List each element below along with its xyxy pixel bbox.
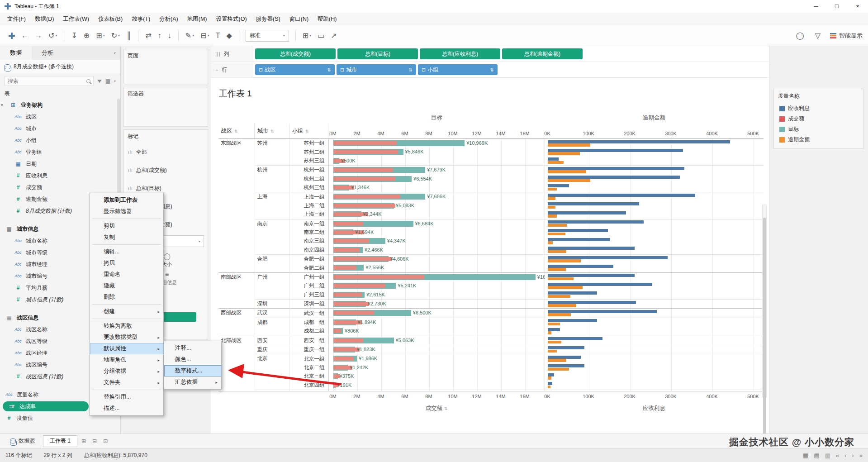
overdue-bar[interactable] (548, 268, 566, 271)
group-members-icon[interactable]: ⊟▾ (198, 29, 212, 42)
group-header[interactable]: 上海一组 (289, 192, 328, 201)
context-menu-item[interactable]: 删除 (90, 291, 163, 303)
group-header[interactable]: 西安一组 (289, 336, 328, 345)
interest-bar[interactable] (548, 337, 603, 340)
overdue-bar[interactable] (548, 214, 557, 218)
view-grid-icon[interactable]: ▦ (105, 78, 110, 84)
sales-bar[interactable] (333, 329, 341, 333)
zone-header[interactable]: 南部战区 (218, 272, 255, 309)
group-header[interactable]: 成都一组 (289, 318, 328, 327)
city-header[interactable]: 上海 (255, 192, 289, 219)
interest-bar[interactable] (548, 140, 730, 143)
next-page-icon[interactable]: › (852, 452, 854, 459)
group-header[interactable]: 成都二组 (289, 327, 328, 336)
overdue-bar[interactable] (548, 161, 564, 164)
field-row[interactable]: Abc业务组 (0, 146, 120, 158)
context-menu-item[interactable]: 创建▸ (90, 306, 163, 317)
header-zone[interactable]: 战区 ⇅ (218, 124, 255, 138)
presentation-mode-icon[interactable]: ▭ (315, 29, 327, 42)
submenu-item[interactable]: 汇总依据▸ (164, 376, 221, 388)
columns-shelf[interactable]: ||| 列 总和(成交额)总和(目标)总和(应收利息)总和(逾期金额) (211, 46, 769, 62)
tab-worksheet-1[interactable]: 工作表 1 (43, 435, 77, 447)
group-header[interactable]: 南京四组 (289, 246, 328, 255)
sort-icon[interactable]: ⇅ (270, 129, 274, 133)
sales-bar[interactable] (333, 374, 340, 378)
sales-bar[interactable] (333, 284, 385, 288)
sales-bar[interactable] (333, 357, 354, 361)
menubar-item[interactable]: 设置格式(O) (212, 13, 251, 25)
new-datasource-icon[interactable]: ⊕ (81, 29, 92, 42)
search-box[interactable] (5, 76, 94, 86)
replay-icon[interactable]: ↺▾ (46, 29, 60, 42)
field-row[interactable]: ▾⊞业务架构 (0, 99, 120, 111)
show-headers-icon[interactable]: ▥ (825, 452, 830, 459)
sales-bar[interactable] (333, 275, 424, 279)
city-header[interactable]: 合肥 (255, 255, 289, 273)
legend-item[interactable]: 逾期金额 (774, 134, 863, 145)
legend-item[interactable]: 应收利息 (774, 103, 863, 114)
search-input[interactable] (8, 78, 86, 84)
marks-measure-tab[interactable]: ılı全部 (124, 143, 208, 161)
sales-bar[interactable] (333, 239, 370, 243)
sort-icon[interactable]: ⇅ (234, 129, 238, 133)
sales-bar[interactable] (333, 168, 394, 172)
field-row[interactable]: #成交额 (0, 181, 120, 193)
menubar-item[interactable]: 服务器(S) (251, 13, 285, 25)
overdue-bar[interactable] (548, 143, 591, 147)
sales-bar[interactable] (333, 177, 396, 181)
zone-header[interactable]: 东部战区 (218, 139, 255, 272)
pause-updates-icon[interactable]: ║ (123, 30, 134, 42)
sort-icon[interactable]: ⇅ (409, 67, 413, 72)
filter-funnel-icon[interactable] (97, 80, 102, 83)
context-menu-item[interactable]: 默认属性▸ (90, 343, 163, 354)
group-header[interactable]: 北京三组 (289, 372, 328, 381)
group-header[interactable]: 杭州三组 (289, 183, 328, 192)
legend-item[interactable]: 目标 (774, 124, 863, 134)
interest-bar[interactable] (548, 194, 696, 197)
overdue-bar[interactable] (548, 323, 560, 326)
sales-bar[interactable] (333, 266, 357, 270)
overdue-bar[interactable] (548, 206, 555, 209)
sales-bar[interactable] (333, 293, 362, 297)
interest-bar[interactable] (548, 167, 684, 170)
close-button[interactable]: × (847, 0, 868, 13)
interest-bar[interactable] (548, 382, 553, 385)
group-header[interactable]: 杭州二组 (289, 175, 328, 183)
tab-analytics[interactable]: 分析 (32, 46, 63, 60)
refresh-icon[interactable]: ↻▾ (109, 29, 123, 42)
fit-select[interactable]: 标准 ▾ (246, 30, 289, 42)
maximize-button[interactable]: □ (826, 0, 847, 13)
zone-header[interactable]: 北部战区 (218, 336, 255, 391)
context-menu-item[interactable]: 转换为离散 (90, 320, 163, 332)
group-header[interactable]: 深圳一组 (289, 300, 328, 309)
zone-header[interactable]: 西部战区 (218, 309, 255, 336)
new-worksheet-button[interactable]: ⊞ (79, 438, 88, 444)
interest-bar[interactable] (548, 229, 608, 232)
share-icon[interactable]: ↗ (328, 29, 339, 42)
overdue-bar[interactable] (548, 233, 565, 236)
city-header[interactable]: 广州 (255, 272, 289, 299)
overdue-bar[interactable] (548, 286, 583, 289)
marks-measure-tab[interactable]: ılı总和(成交额) (124, 161, 208, 179)
overdue-bar[interactable] (548, 250, 567, 253)
interest-bar[interactable] (548, 364, 585, 367)
column-pill[interactable]: 总和(应收利息) (420, 48, 500, 59)
field-row[interactable]: ▦日期 (0, 158, 120, 170)
tab-data-source[interactable]: 数据源 (4, 435, 41, 447)
highlight-icon[interactable]: ✎▾ (183, 29, 197, 42)
interest-bar[interactable] (548, 356, 581, 359)
accelerators-icon[interactable]: ▽ (812, 29, 823, 42)
column-pill[interactable]: 总和(目标) (337, 48, 418, 59)
pages-card[interactable]: 页面 (123, 49, 208, 84)
group-header[interactable]: 南京二组 (289, 228, 328, 237)
interest-bar[interactable] (548, 184, 569, 187)
context-menu-item[interactable]: 添加到工作表 (90, 195, 163, 206)
interest-bar[interactable] (548, 202, 639, 205)
new-story-button[interactable]: ⊡ (101, 438, 110, 444)
city-header[interactable]: 南京 (255, 219, 289, 255)
context-menu-item[interactable]: 描述... (90, 403, 163, 414)
field-row[interactable]: Abc城市 (0, 123, 120, 134)
context-menu-item[interactable]: 隐藏 (90, 280, 163, 291)
overdue-bar[interactable] (548, 313, 571, 316)
sales-bar[interactable] (333, 311, 374, 315)
